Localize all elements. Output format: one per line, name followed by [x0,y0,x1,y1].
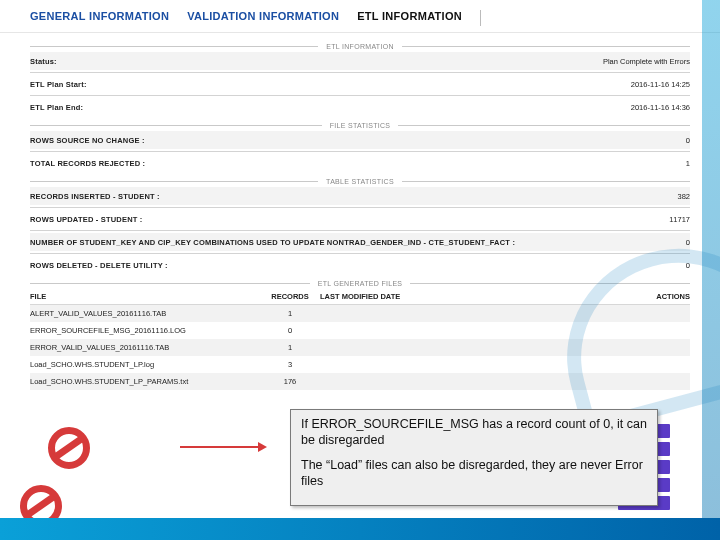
section-etl-information: ETL INFORMATION [30,43,690,50]
col-records: RECORDS [260,292,320,301]
file-name: ERROR_SOURCEFILE_MSG_20161116.LOG [30,326,260,335]
file-name: ERROR_VALID_VALUES_20161116.TAB [30,343,260,352]
file-records: 0 [260,326,320,335]
label: NUMBER OF STUDENT_KEY AND CIP_KEY COMBIN… [30,238,515,247]
label: ROWS SOURCE NO CHANGE : [30,136,145,145]
annotation-callout: If ERROR_SOURCEFILE_MSG has a record cou… [290,409,658,506]
row-plan-start: ETL Plan Start: 2016-11-16 14:25 [30,75,690,93]
prohibited-icon [48,427,90,469]
section-label: ETL INFORMATION [318,43,402,50]
file-records: 1 [260,343,320,352]
row-plan-end: ETL Plan End: 2016-11-16 14:36 [30,98,690,116]
row-inserted-student: RECORDS INSERTED - STUDENT : 382 [30,187,690,205]
row-total-rejected: TOTAL RECORDS REJECTED : 1 [30,154,690,172]
divider [30,230,690,231]
value: 0 [686,238,690,247]
col-file: FILE [30,292,260,301]
label: ROWS DELETED - DELETE UTILITY : [30,261,168,270]
file-name: Load_SCHO.WHS.STUDENT_LP_PARAMS.txt [30,377,260,386]
file-records: 1 [260,309,320,318]
label: ROWS UPDATED - STUDENT : [30,215,143,224]
label-status: Status: [30,57,57,66]
decor-bottom-band [0,518,720,540]
value: 0 [686,136,690,145]
file-records: 176 [260,377,320,386]
value-plan-start: 2016-11-16 14:25 [631,80,690,89]
divider [30,253,690,254]
file-records: 3 [260,360,320,369]
label: TOTAL RECORDS REJECTED : [30,159,145,168]
divider [30,207,690,208]
row-status: Status: Plan Complete with Errors [30,52,690,70]
value-plan-end: 2016-11-16 14:36 [631,103,690,112]
tab-validation-information[interactable]: VALIDATION INFORMATION [187,10,339,26]
value: 1 [686,159,690,168]
file-name: ALERT_VALID_VALUES_20161116.TAB [30,309,260,318]
row-source-nochange: ROWS SOURCE NO CHANGE : 0 [30,131,690,149]
divider [30,72,690,73]
file-name: Load_SCHO.WHS.STUDENT_LP.log [30,360,260,369]
label: RECORDS INSERTED - STUDENT : [30,192,160,201]
section-table-statistics: TABLE STATISTICS [30,178,690,185]
section-label: TABLE STATISTICS [318,178,402,185]
value-status: Plan Complete with Errors [603,57,690,66]
section-etl-generated-files: ETL GENERATED FILES [30,280,690,287]
label-plan-end: ETL Plan End: [30,103,83,112]
divider [30,95,690,96]
value: 11717 [669,215,690,224]
section-label: ETL GENERATED FILES [310,280,411,287]
section-file-statistics: FILE STATISTICS [30,122,690,129]
divider [30,151,690,152]
row-deleted-utility: ROWS DELETED - DELETE UTILITY : 0 [30,256,690,274]
callout-text-1: If ERROR_SOURCEFILE_MSG has a record cou… [301,416,647,449]
row-updated-student: ROWS UPDATED - STUDENT : 11717 [30,210,690,228]
tab-etl-information[interactable]: ETL INFORMATION [357,10,481,26]
tab-general-information[interactable]: GENERAL INFORMATION [30,10,169,26]
section-label: FILE STATISTICS [322,122,399,129]
label-plan-start: ETL Plan Start: [30,80,87,89]
tab-bar: GENERAL INFORMATION VALIDATION INFORMATI… [0,0,720,33]
row-nontrad-gender: NUMBER OF STUDENT_KEY AND CIP_KEY COMBIN… [30,233,690,251]
value: 382 [677,192,690,201]
callout-text-2: The “Load” files can also be disregarded… [301,457,647,490]
